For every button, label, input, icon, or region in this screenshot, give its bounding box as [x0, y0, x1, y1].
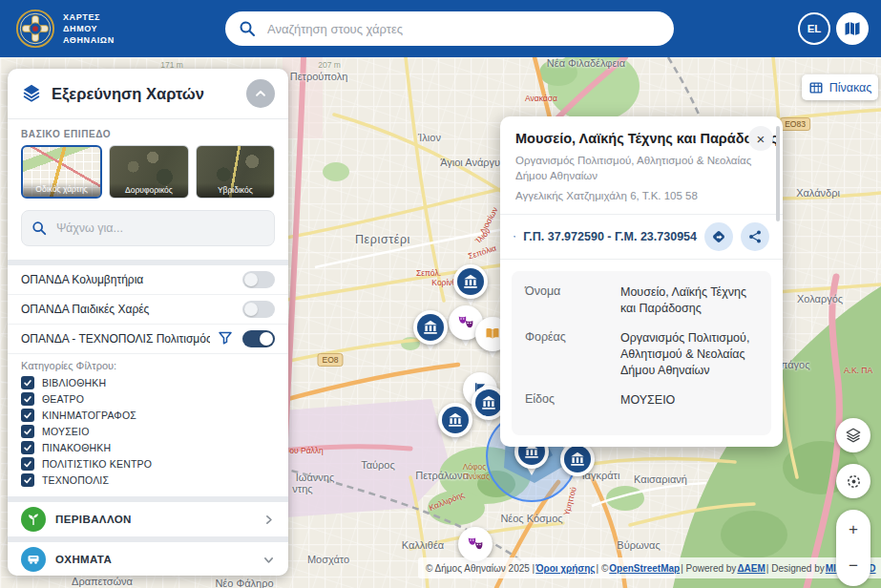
- table-view-label: Πίνακας: [829, 81, 872, 94]
- base-layer-option[interactable]: Οδικός χάρτης: [21, 145, 102, 199]
- popup-details-table: Όνομα Μουσείο, Λαϊκής Τέχνης και Παράδοσ…: [512, 271, 771, 435]
- layer-toggle[interactable]: [242, 301, 275, 318]
- category-checkbox[interactable]: [21, 392, 34, 406]
- crosshair-icon: [845, 472, 863, 491]
- category-checkbox[interactable]: [21, 376, 34, 389]
- section-label: ΠΕΡΙΒΑΛΛΟΝ: [55, 514, 253, 525]
- layer-label: ΟΠΑΝΔΑ - ΤΕΧΝΟΠΟΛΙΣ Πολιτισμός: [21, 332, 210, 346]
- base-layer-heading: ΒΑΣΙΚΟ ΕΠΙΠΕΔΟ: [21, 129, 275, 139]
- search-icon: [239, 20, 256, 37]
- base-layer-option[interactable]: Δορυφορικός: [109, 145, 188, 199]
- map-marker-museum[interactable]: [560, 442, 595, 488]
- top-bar: ΧΑΡΤΕΣ ΔΗΜΟΥ ΑΘΗΝΑΙΩΝ EL: [0, 0, 881, 57]
- base-layer-label: Υβριδικός: [197, 183, 274, 198]
- layer-toggle[interactable]: [242, 271, 275, 288]
- category-row: ΤΕΧΝΟΠΟΛΙΣ: [21, 472, 275, 488]
- category-checkbox[interactable]: [21, 409, 34, 422]
- search-icon: [31, 220, 47, 236]
- zoom-control: + −: [836, 510, 871, 586]
- layers-control-button[interactable]: [836, 418, 871, 452]
- chevron-right-icon: [262, 514, 275, 526]
- category-row: ΒΙΒΛΙΟΘΗΚΗ: [21, 375, 275, 390]
- popup-title: Μουσείο, Λαϊκής Τέχνης και Παράδοσης: [515, 130, 767, 148]
- chevron-down-icon: [262, 554, 275, 566]
- zoom-out-button[interactable]: −: [836, 554, 871, 578]
- explore-panel: Εξερεύνηση Χαρτών ΒΑΣΙΚΟ ΕΠΙΠΕΔΟ Οδικός …: [8, 69, 288, 576]
- popup-scrollbar[interactable]: [776, 126, 780, 221]
- layer-label: ΟΠΑΝΔΑ Παιδικές Χαρές: [21, 303, 235, 316]
- category-checkbox[interactable]: [21, 441, 34, 454]
- directions-icon: [710, 228, 727, 245]
- locate-me-button[interactable]: [836, 464, 871, 498]
- table-view-button[interactable]: Πίνακας: [802, 74, 878, 100]
- athens-municipality-logo: [15, 9, 55, 49]
- filter-funnel-icon[interactable]: [218, 330, 235, 347]
- collapse-panel-button[interactable]: [246, 79, 275, 108]
- popup-organization: Οργανισμός Πολιτισμού, Αθλητισμού & Νεολ…: [515, 154, 767, 183]
- attribution-text: | Powered by: [681, 563, 736, 574]
- directions-button[interactable]: [704, 222, 733, 251]
- global-search[interactable]: [225, 11, 674, 46]
- category-checkbox[interactable]: [21, 473, 34, 487]
- layer-toggle[interactable]: [242, 330, 275, 347]
- detail-value: Οργανισμός Πολιτισμού, Αθλητισμού & Νεολ…: [620, 330, 758, 379]
- category-checkbox[interactable]: [21, 425, 34, 438]
- attribution-text: | Designed by: [766, 563, 825, 574]
- language-button[interactable]: EL: [798, 12, 830, 45]
- pin-icon: [514, 229, 515, 244]
- category-row: ΜΟΥΣΕΙΟ: [21, 424, 275, 439]
- map-icon: [843, 19, 862, 38]
- layers-icon: [845, 427, 862, 444]
- map-marker-museum[interactable]: [413, 310, 448, 356]
- popup-coordinates-row: Γ.Π. 37.972590 - Γ.Μ. 23.730954: [500, 215, 783, 259]
- attribution-link[interactable]: OpenStreetMap: [609, 563, 680, 574]
- layer-label: ΟΠΑΝΔΑ Κολυμβητήρια: [21, 273, 235, 286]
- app: 171 m207 mΠετρούποληΝέα ΦιλαδέλφειαΑνακά…: [0, 0, 881, 588]
- category-row: ΠΟΛΙΤΙΣΤΙΚΟ ΚΕΝΤΡΟ: [21, 456, 275, 472]
- filter-heading: Κατηγορίες Φίλτρου:: [21, 360, 275, 371]
- layer-row: ΟΠΑΝΔΑ Κολυμβητήρια: [8, 265, 288, 295]
- layers-icon: [21, 83, 42, 104]
- attribution-text: | ©: [597, 563, 609, 574]
- attribution-link[interactable]: Όροι χρήσης: [535, 563, 595, 574]
- detail-row: Φορέας Οργανισμός Πολιτισμού, Αθλητισμού…: [525, 330, 758, 379]
- filter-categories: Κατηγορίες Φίλτρου: ΒΙΒΛΙΟΘΗΚΗ ΘΕΑΤΡΟ: [8, 354, 288, 496]
- map-attribution: © Δήμος Αθηναίων 2025 | Όροι χρήσης | © …: [418, 557, 881, 578]
- map-marker-museum[interactable]: [453, 264, 488, 310]
- layer-row: ΟΠΑΝΔΑ Παιδικές Χαρές: [8, 295, 288, 325]
- layers-block: ΟΠΑΝΔΑ Κολυμβητήρια ΟΠΑΝΔΑ Παιδικές Χαρέ…: [8, 265, 288, 496]
- layer-search-input[interactable]: [54, 220, 264, 236]
- section-vehicles[interactable]: ΟΧΗΜΑΤΑ: [8, 542, 288, 576]
- section-label: ΟΧΗΜΑΤΑ: [55, 554, 253, 565]
- category-checkbox[interactable]: [21, 457, 34, 471]
- category-label: ΠΙΝΑΚΟΘΗΚΗ: [42, 442, 111, 453]
- category-label: ΘΕΑΤΡΟ: [42, 393, 84, 405]
- attribution-text: © Δήμος Αθηναίων 2025 |: [426, 563, 535, 574]
- vehicle-icon: [21, 547, 46, 572]
- attribution-link[interactable]: ΔΑΕΜ: [737, 563, 765, 574]
- section-environment[interactable]: ΠΕΡΙΒΑΛΛΟΝ: [8, 502, 288, 536]
- detail-label: Φορέας: [525, 330, 611, 379]
- category-label: ΒΙΒΛΙΟΘΗΚΗ: [42, 377, 106, 388]
- map-marker-museum[interactable]: [438, 403, 472, 449]
- brand-title: ΧΑΡΤΕΣ ΔΗΜΟΥ ΑΘΗΝΑΙΩΝ: [63, 11, 115, 46]
- search-input[interactable]: [265, 21, 661, 37]
- share-button[interactable]: [741, 222, 769, 251]
- close-icon[interactable]: ×: [748, 126, 773, 151]
- map-button[interactable]: [836, 12, 869, 45]
- coordinates-value: Γ.Π. 37.972590 - Γ.Μ. 23.730954: [523, 230, 697, 243]
- panel-title: Εξερεύνηση Χαρτών: [52, 85, 237, 103]
- base-layer-label: Δορυφορικός: [110, 183, 187, 198]
- table-grid-icon: [808, 80, 824, 95]
- category-row: ΠΙΝΑΚΟΘΗΚΗ: [21, 440, 275, 455]
- share-icon: [747, 229, 763, 244]
- base-layer-option[interactable]: Υβριδικός: [196, 145, 275, 199]
- zoom-in-button[interactable]: +: [836, 517, 871, 542]
- detail-label: Όνομα: [525, 284, 611, 317]
- detail-value: Μουσείο, Λαϊκής Τέχνης και Παράδοσης: [620, 284, 758, 317]
- base-layer-options: Οδικός χάρτης Δορυφορικός Υβριδικός: [8, 145, 288, 199]
- divider: [500, 259, 783, 260]
- popup-address: Αγγελικής Χατζημιχάλη 6, Τ.Κ. 105 58: [515, 189, 767, 204]
- layer-search[interactable]: [21, 210, 275, 246]
- category-label: ΤΕΧΝΟΠΟΛΙΣ: [42, 474, 109, 486]
